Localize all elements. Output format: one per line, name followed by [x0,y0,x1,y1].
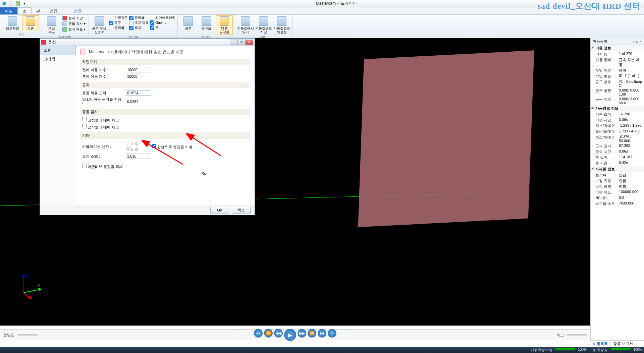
dialog-titlebar[interactable]: 옵션 − □ ✕ [40,39,255,46]
precision-slider[interactable] [17,334,38,336]
chk-wireframe[interactable]: 와이어프레임 [150,15,175,20]
info-row: ID 이동1 of 270 [591,51,644,57]
tab-report[interactable]: 충돌 보고서 [611,341,636,347]
collision-check-dropdown[interactable]: 충돌 검사 ▾ [61,21,87,26]
info-row: 이동 형태급속 직선 이동 [591,57,644,68]
verify-button[interactable]: 검증 [22,15,39,31]
step-forward-button[interactable]: ⏩ [308,329,316,338]
info-row: 공구 위치0.000; 3.000; 50.0 [591,97,644,105]
radio-3axis[interactable]: 3-축 [126,142,138,146]
window-icon: 🔷 [1,1,7,7]
tab-view[interactable]: 뷰 [32,7,45,14]
svg-text:X: X [29,295,31,299]
chk-initial-stock[interactable]: 초기 재료 [129,20,149,25]
ribbon-group-visibility: 공구 구성 요소 ▾ 가공경로 공구 공작물 공작물 초기 재료 픽처 와이어프… [89,15,178,37]
chk-adaptive[interactable]: 어댑티브 품질을 해제 [82,164,123,169]
qat-new-icon[interactable]: 📄 [8,1,14,7]
chk-axis[interactable]: 축 [150,25,175,30]
before-moves-input[interactable] [126,67,151,72]
ok-button[interactable]: OK [210,207,229,214]
focus-tool-button[interactable]: 공구 [180,15,197,31]
interp-step-input[interactable] [126,154,151,159]
chk-fixture-collision[interactable]: 고정물에 대해 체크 [82,117,119,123]
ribbon-group-mode: 경로확인 검증 모드 [2,15,41,37]
tab-file[interactable]: 파일 [0,7,17,14]
skip-start-button[interactable]: ⏮ [254,329,263,338]
ribbon-group-playback: 색상 루프 정지 조건: 충돌 검사 ▾ 절삭 재료 ▾ 플레이백 [41,15,89,37]
tab-verify[interactable]: 검증 [45,7,62,14]
info-row: 최소/최대 X-1.299 / 1.298 [591,123,644,129]
dialog-nav: 일반 그래픽 [40,46,76,205]
focus-workpiece-button[interactable]: 공작물 [198,15,215,31]
dialog-heading: Mastercam 시뮬레이터 작업에 대한 일반 옵션을 제공 [80,49,251,55]
radio-5axis[interactable]: 5-축 [126,148,138,152]
svg-text:Z: Z [25,273,28,278]
speed-slider[interactable] [567,334,587,336]
sec-path-info[interactable]: 가공경로 정보 [591,105,644,112]
dialog-footer: OK 취소 [40,205,255,215]
sec-move-info[interactable]: 이동 정보 [591,45,644,51]
sec-detail-info[interactable]: 자세한 정보 [591,166,644,172]
chk-always-5axis[interactable]: 항상 5 축 엔진을 사용 [152,145,193,149]
play-button[interactable]: ▶ [284,329,296,341]
collision-tol-input[interactable] [126,90,151,96]
sec-collision: 충돌 검사 [80,109,251,115]
tool-components-button[interactable]: 공구 구성 요소 ▾ [91,15,108,35]
trace-stock-dropdown[interactable]: 절삭 재료 ▾ [61,27,87,32]
chk-toolpath[interactable]: 가공경로 [109,15,128,20]
sec-tolerance: 공차 [80,82,251,88]
chk-workpiece2[interactable]: 공작물 [129,15,149,20]
info-row: 보정 유형안함 [591,178,644,184]
nav-general[interactable]: 일반 [40,46,76,55]
color-loop-button[interactable]: 색상 루프 [43,15,60,35]
chk-gnomon[interactable]: Gnomon [150,20,175,25]
chk-fixture[interactable]: 픽처 [129,25,149,30]
tab-home[interactable]: 홈 [17,7,32,14]
nav-graphic[interactable]: 그래픽 [40,55,76,63]
minimize-button[interactable]: − [230,40,238,45]
stop-condition-button[interactable]: 정지 조건: [61,15,87,21]
tab-context-verify[interactable]: 검증 [69,7,87,14]
step-back-button[interactable]: ⏪ [264,329,273,338]
tab-moves[interactable]: 이동목록 [590,341,611,347]
info-row: 총 길이114.181 [591,155,644,160]
chk-workpiece1[interactable]: 공작물 [109,25,128,30]
qat-check-icon[interactable]: ✅ [15,1,21,7]
pin-icon[interactable]: ▾ ⬓ ✕ [633,40,642,43]
defaults-read-button[interactable]: 기본값에서 읽기 [237,15,254,35]
path-check-button[interactable]: 경로확인 [4,15,21,31]
close-button[interactable]: ✕ [245,40,253,45]
forward-button[interactable]: ▶▶ [298,329,306,338]
model-progress [555,348,575,350]
info-section: 이동 정보 ID 이동1 of 270이동 형태급속 직선 이동작업 이름윤곽작… [591,45,644,207]
info-row: 최소/최대 Z-0.376 / 50.000 [591,134,644,143]
ribbon: 경로확인 검증 모드 색상 루프 정지 조건: 충돌 검사 ▾ 절삭 재료 ▾ … [0,15,644,38]
right-sidebar: 이동목록▾ ⬓ ✕ 이동 정보 ID 이동1 of 270이동 형태급속 직선 … [590,38,644,340]
quick-access-toolbar: 🔷 📄 ✅ ▾ [0,1,29,7]
defaults-reset-button[interactable]: 기본값으로 재설정 [273,15,290,35]
chk-tool[interactable]: 공구 [109,20,128,25]
info-row: 급속 길이97.392 [591,143,644,149]
stock-block [358,50,534,227]
info-row: 급속 시간0.06s [591,149,644,155]
after-moves-input[interactable] [126,74,151,79]
maximize-button[interactable]: □ [237,40,246,45]
ribbon-group-focus: 공구 공작물 다중 공작물 포커스 [178,15,235,37]
rewind-button[interactable]: ◀◀ [274,329,283,338]
cancel-button[interactable]: 취소 [232,207,251,214]
options-dialog: 옵션 − □ ✕ 일반 그래픽 Mastercam 시뮬레이터 작업에 대한 일… [40,38,255,215]
precision-label: 정밀도: [3,333,15,338]
info-row: 이송 길이16.790 [591,112,644,117]
loop-button[interactable]: ↻ [328,329,336,338]
info-row: 이송 속도100000.000 [591,189,644,195]
info-row: 작업 번호ID: 1 (1 of 1) [591,73,644,79]
focus-multi-button[interactable]: 다중 공작물 [216,15,233,35]
chk-workpiece-collision[interactable]: 공작물에 대해 체크 [82,124,119,130]
info-row: 스핀들 속도7639.000 [591,201,644,207]
skip-end-button[interactable]: ⏭ [318,329,326,338]
svg-marker-1 [22,274,25,277]
qat-dropdown-icon[interactable]: ▾ [21,1,28,7]
info-row: 보정 방향안함 [591,184,644,189]
stl-tol-input[interactable] [126,99,151,104]
defaults-save-button[interactable]: 기본값으로 저장 [255,15,272,35]
